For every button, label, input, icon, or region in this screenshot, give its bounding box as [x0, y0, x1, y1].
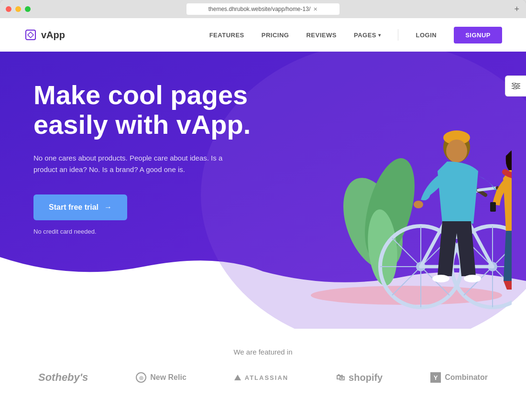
- filter-button[interactable]: [505, 75, 526, 97]
- nav-pages[interactable]: PAGES ▾: [354, 32, 381, 39]
- atlassian-icon: [234, 375, 241, 380]
- atlassian-logo: ATLASSIAN: [234, 374, 288, 381]
- hero-content: Make cool pages easily with vApp. No one…: [0, 52, 253, 235]
- nav-features[interactable]: FEATURES: [209, 32, 244, 39]
- chevron-down-icon: ▾: [378, 32, 381, 38]
- close-button[interactable]: [6, 6, 11, 12]
- nav-pricing[interactable]: PRICING: [262, 32, 289, 39]
- minimize-button[interactable]: [15, 6, 21, 12]
- shopify-logo: 🛍 shopify: [336, 372, 383, 383]
- svg-point-45: [516, 85, 519, 87]
- atlassian-text: ATLASSIAN: [245, 374, 288, 381]
- close-tab-icon[interactable]: ✕: [313, 6, 318, 12]
- shopify-text: shopify: [349, 372, 383, 383]
- url-text: themes.dhrubok.website/vapp/home-13/: [208, 6, 310, 12]
- ycombinator-icon: Y: [430, 372, 441, 383]
- hero-title: Make cool pages easily with vApp.: [33, 80, 253, 139]
- svg-point-34: [464, 275, 481, 282]
- cta-arrow-icon: →: [104, 203, 112, 212]
- nav-links: FEATURES PRICING REVIEWS PAGES ▾ LOGIN S…: [209, 27, 502, 43]
- signup-button[interactable]: SIGNUP: [454, 27, 502, 43]
- logo-text: vApp: [41, 30, 65, 41]
- svg-point-44: [513, 83, 515, 85]
- cta-button[interactable]: Start free trial →: [33, 194, 127, 220]
- nav-login[interactable]: LOGIN: [416, 32, 437, 39]
- featured-logos: Sotheby's ◎ New Relic ATLASSIAN 🛍 shopif…: [29, 371, 497, 384]
- featured-section: We are featured in Sotheby's ◎ New Relic…: [0, 329, 526, 403]
- logo[interactable]: vApp: [24, 28, 65, 42]
- sothebys-text: Sotheby's: [38, 371, 88, 384]
- browser-titlebar: themes.dhrubok.website/vapp/home-13/ ✕ +: [0, 0, 526, 18]
- newrelic-text: New Relic: [150, 373, 186, 382]
- ycombinator-logo: Y Combinator: [430, 372, 488, 383]
- hero-subtitle: No one cares about products. People care…: [33, 152, 234, 175]
- hero-section: Make cool pages easily with vApp. No one…: [0, 52, 526, 329]
- ycombinator-text: Combinator: [445, 373, 488, 382]
- featured-label: We are featured in: [29, 348, 497, 356]
- cta-label: Start free trial: [49, 203, 99, 212]
- svg-point-30: [446, 140, 467, 162]
- address-bar[interactable]: themes.dhrubok.website/vapp/home-13/ ✕: [186, 3, 340, 15]
- svg-point-46: [514, 87, 516, 90]
- shopify-icon: 🛍: [336, 373, 345, 383]
- navbar: vApp FEATURES PRICING REVIEWS PAGES ▾ LO…: [0, 18, 526, 52]
- svg-rect-40: [490, 202, 496, 212]
- nav-reviews[interactable]: REVIEWS: [306, 32, 336, 39]
- hero-illustration: [273, 52, 512, 319]
- new-tab-button[interactable]: +: [514, 5, 519, 13]
- filter-icon: [512, 83, 520, 89]
- newrelic-logo: ◎ New Relic: [136, 372, 186, 383]
- website-content: vApp FEATURES PRICING REVIEWS PAGES ▾ LO…: [0, 18, 526, 420]
- svg-point-33: [432, 275, 449, 282]
- no-credit-text: No credit card needed.: [33, 228, 253, 235]
- svg-point-31: [414, 201, 423, 208]
- logo-icon: [24, 28, 37, 42]
- newrelic-icon: ◎: [136, 372, 146, 383]
- maximize-button[interactable]: [25, 6, 31, 12]
- sothebys-logo: Sotheby's: [38, 371, 88, 384]
- nav-divider: [398, 29, 398, 41]
